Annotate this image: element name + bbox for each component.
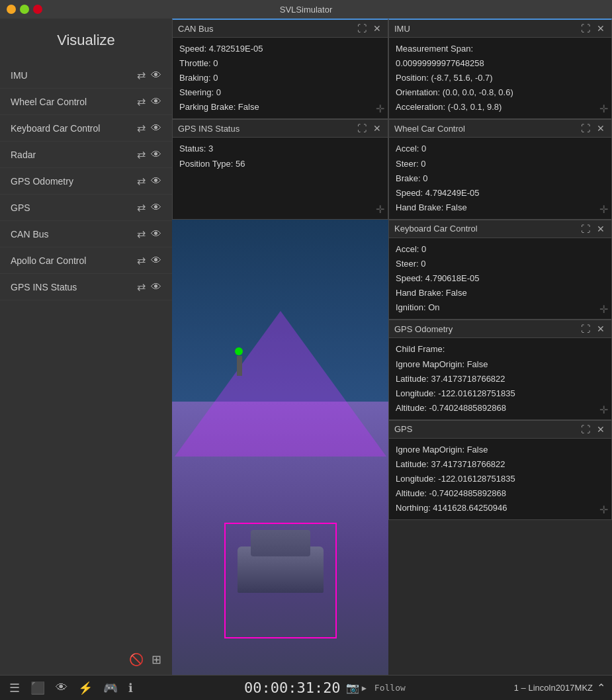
maximize-button[interactable] xyxy=(20,5,29,14)
panel-gps-odometry: GPS Odometry ⛶ ✕ Child Frame: Ignore Map… xyxy=(388,320,612,419)
panel-gps-content: Ignore MapOrigin: False Latitude: 37.417… xyxy=(389,439,611,519)
panel-gps-ins-header: GPS INS Status ⛶ ✕ xyxy=(173,120,388,138)
can-bus-steering: Steering: 0 xyxy=(179,85,381,100)
sidebar-eye-icon-apollo[interactable]: 👁 xyxy=(151,255,161,267)
sidebar-eye-icon-can-bus[interactable]: 👁 xyxy=(151,228,161,240)
panel-gps-ins-close[interactable]: ✕ xyxy=(372,123,382,134)
sidebar-item-keyboard-car-control[interactable]: Keyboard Car Control ⇄ 👁 xyxy=(0,115,172,142)
panel-wheel-car-control: Wheel Car Control ⛶ ✕ Accel: 0 Steer: 0 … xyxy=(388,119,612,219)
sidebar-label-apollo: Apollo Car Control xyxy=(11,255,137,266)
sidebar-item-can-bus[interactable]: CAN Bus ⇄ 👁 xyxy=(0,221,172,247)
sidebar-item-gps[interactable]: GPS ⇄ 👁 xyxy=(0,195,172,221)
sidebar-route-icon-keyboard[interactable]: ⇄ xyxy=(137,122,146,134)
sidebar-eye-icon-wheel[interactable]: 👁 xyxy=(151,96,161,108)
sidebar-route-icon-imu[interactable]: ⇄ xyxy=(137,69,146,81)
panel-imu-title: IMU xyxy=(394,24,410,34)
stop-icon[interactable]: ⬛ xyxy=(28,679,48,697)
gamepad-icon[interactable]: 🎮 xyxy=(101,679,120,697)
sidebar-route-icon-can-bus[interactable]: ⇄ xyxy=(137,228,146,240)
sidebar-eye-icon-radar[interactable]: 👁 xyxy=(151,149,161,161)
plug-icon[interactable]: ⚡ xyxy=(75,679,95,697)
sidebar-route-icon-gps-ins[interactable]: ⇄ xyxy=(137,281,146,293)
panel-gps-odometry-expand[interactable]: ⛶ xyxy=(580,324,591,334)
panel-gps-odometry-close[interactable]: ✕ xyxy=(595,324,606,334)
panel-gps-ins-expand[interactable]: ⛶ xyxy=(356,123,368,134)
title-bar: SVLSimulator xyxy=(0,0,612,19)
imu-measurement-span-value: 0.00999999977648258 xyxy=(396,56,605,71)
sidebar-route-icon-wheel[interactable]: ⇄ xyxy=(137,95,146,108)
panel-imu-close[interactable]: ✕ xyxy=(595,23,606,34)
panel-gps-ins-move-icon[interactable]: ✛ xyxy=(376,203,384,216)
eye-icon[interactable]: 👁 xyxy=(53,679,70,696)
panel-gps-ins-title: GPS INS Status xyxy=(178,124,240,134)
panel-keyboard-move-icon[interactable]: ✛ xyxy=(599,303,608,316)
panel-wheel-move-icon[interactable]: ✛ xyxy=(599,203,608,216)
grid-icon[interactable]: ⊞ xyxy=(152,652,161,667)
sidebar-item-wheel-car-control[interactable]: Wheel Car Control ⇄ 👁 xyxy=(0,89,172,115)
gps-latitude: Latitude: 37.4173718766822 xyxy=(396,457,605,472)
panel-gps-ins-content: Status: 3 Position Type: 56 xyxy=(173,138,388,218)
sidebar-route-icon-gps[interactable]: ⇄ xyxy=(137,201,146,214)
sidebar-item-imu[interactable]: IMU ⇄ 👁 xyxy=(0,62,172,89)
gps-ignore-map-origin: Ignore MapOrigin: False xyxy=(396,443,605,457)
panel-gps-move-icon[interactable]: ✛ xyxy=(599,503,608,516)
panel-imu-expand[interactable]: ⛶ xyxy=(580,23,591,34)
vehicle-label-text: 1 – Lincoln2017MKZ xyxy=(514,683,593,693)
keyboard-hand-brake: Hand Brake: False xyxy=(396,286,605,300)
sidebar-route-icon-radar[interactable]: ⇄ xyxy=(137,148,146,161)
minimize-button[interactable] xyxy=(7,5,16,14)
close-button[interactable] xyxy=(33,5,42,14)
panel-can-bus: CAN Bus ⛶ ✕ Speed: 4.782519E-05 Throttle… xyxy=(172,19,388,119)
panel-keyboard-car-control: Keyboard Car Control ⛶ ✕ Accel: 0 Steer:… xyxy=(388,220,612,320)
wheel-speed: Speed: 4.794249E-05 xyxy=(396,186,605,200)
sidebar-eye-icon-gps[interactable]: 👁 xyxy=(151,202,161,214)
sidebar-eye-icon-gps-ins[interactable]: 👁 xyxy=(151,281,161,293)
panel-wheel-title: Wheel Car Control xyxy=(394,124,465,134)
imu-measurement-span-label: Measurement Span: xyxy=(396,42,605,56)
gps-ins-status: Status: 3 xyxy=(179,142,381,156)
panel-keyboard-header: Keyboard Car Control ⛶ ✕ xyxy=(389,220,611,238)
panel-imu-header: IMU ⛶ ✕ xyxy=(389,20,611,38)
gps-northing: Northing: 4141628.64250946 xyxy=(396,501,605,515)
vehicle-expand-icon[interactable]: ⌃ xyxy=(597,681,605,694)
panel-keyboard-close[interactable]: ✕ xyxy=(595,224,606,234)
menu-icon[interactable]: ☰ xyxy=(7,679,22,697)
sidebar-eye-icon-keyboard[interactable]: 👁 xyxy=(151,122,161,134)
sidebar-item-gps-ins-status[interactable]: GPS INS Status ⇄ 👁 xyxy=(0,274,172,300)
panel-gps-odometry-title: GPS Odometry xyxy=(394,324,453,334)
info-icon[interactable]: ℹ xyxy=(126,679,136,697)
panel-can-bus-controls: ⛶ ✕ xyxy=(356,23,382,34)
panel-can-bus-close[interactable]: ✕ xyxy=(372,23,382,34)
panel-gps-expand[interactable]: ⛶ xyxy=(580,424,591,435)
panel-gps-close[interactable]: ✕ xyxy=(595,424,606,435)
sidebar-label-keyboard: Keyboard Car Control xyxy=(11,123,137,134)
sidebar-item-radar[interactable]: Radar ⇄ 👁 xyxy=(0,142,172,168)
sidebar-item-apollo-car-control[interactable]: Apollo Car Control ⇄ 👁 xyxy=(0,247,172,274)
panel-gps-odometry-content: Child Frame: Ignore MapOrigin: False Lat… xyxy=(389,338,611,419)
simulation-view[interactable] xyxy=(172,220,388,675)
sidebar-label-wheel: Wheel Car Control xyxy=(11,97,137,107)
panel-wheel-close[interactable]: ✕ xyxy=(595,123,606,134)
sidebar-route-icon-gps-odometry[interactable]: ⇄ xyxy=(137,175,146,187)
panel-keyboard-expand[interactable]: ⛶ xyxy=(580,224,591,234)
panel-can-bus-expand[interactable]: ⛶ xyxy=(356,23,368,34)
sidebar-item-gps-odometry[interactable]: GPS Odometry ⇄ 👁 xyxy=(0,168,172,195)
timer-icons: 📷 ▶ xyxy=(346,681,367,694)
wheel-hand-brake: Hand Brake: False xyxy=(396,200,605,215)
sidebar-eye-icon-imu[interactable]: 👁 xyxy=(151,69,161,81)
panel-gps: GPS ⛶ ✕ Ignore MapOrigin: False Latitude… xyxy=(388,420,612,520)
sim-scene xyxy=(172,220,388,675)
panel-gps-odometry-move-icon[interactable]: ✛ xyxy=(599,404,608,416)
panel-can-bus-move-icon[interactable]: ✛ xyxy=(376,103,384,115)
panel-wheel-expand[interactable]: ⛶ xyxy=(580,123,591,134)
keyboard-ignition: Ignition: On xyxy=(396,300,605,315)
right-area: CAN Bus ⛶ ✕ Speed: 4.782519E-05 Throttle… xyxy=(172,19,612,675)
panel-imu-move-icon[interactable]: ✛ xyxy=(599,103,608,115)
keyboard-speed: Speed: 4.790618E-05 xyxy=(396,271,605,286)
sidebar-label-can-bus: CAN Bus xyxy=(11,229,137,240)
panel-can-bus-title: CAN Bus xyxy=(178,24,213,34)
panel-imu: IMU ⛶ ✕ Measurement Span: 0.009999999776… xyxy=(388,19,612,119)
sidebar-route-icon-apollo[interactable]: ⇄ xyxy=(137,254,146,267)
hide-all-icon[interactable]: 🚫 xyxy=(129,652,144,667)
sidebar-eye-icon-gps-odometry[interactable]: 👁 xyxy=(151,175,161,187)
